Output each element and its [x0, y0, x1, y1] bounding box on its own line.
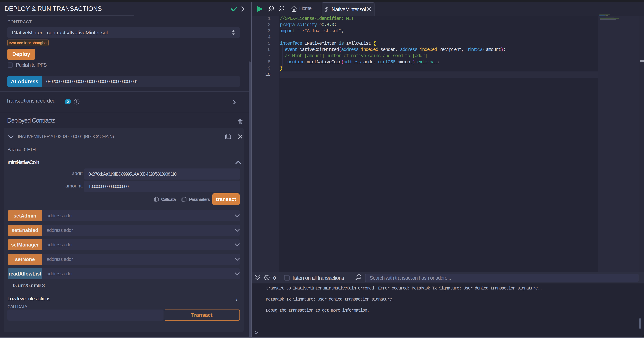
- svg-text:i: i: [236, 296, 238, 302]
